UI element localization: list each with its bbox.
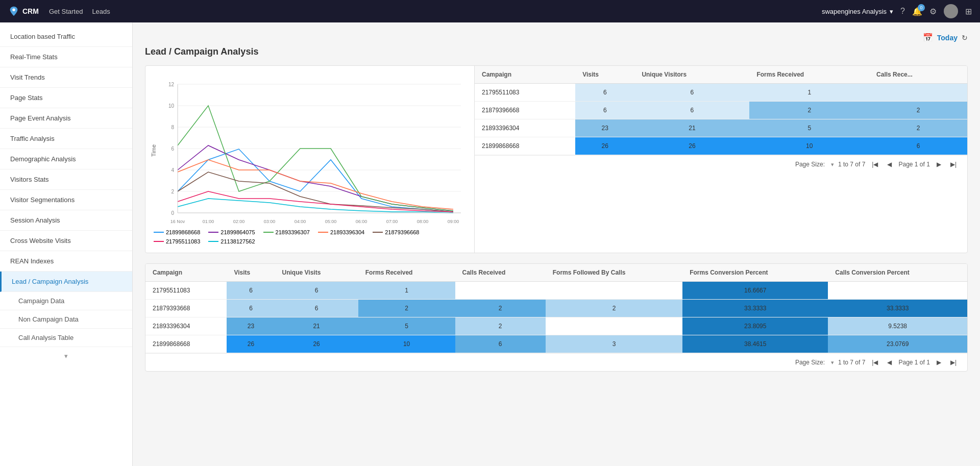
calls-cell: 6 bbox=[869, 137, 967, 155]
svg-text:8: 8 bbox=[171, 125, 174, 130]
grid-icon[interactable]: ⊞ bbox=[965, 7, 972, 16]
calendar-icon[interactable]: 📅 bbox=[923, 33, 933, 42]
bt-forms-calls bbox=[546, 282, 682, 300]
sidebar-item-cross-website-visits[interactable]: Cross Website Visits bbox=[0, 231, 132, 251]
bt-page-size-dropdown[interactable]: ▾ bbox=[831, 359, 834, 366]
svg-text:Time: Time bbox=[151, 144, 157, 157]
bt-forms-calls: 2 bbox=[546, 300, 682, 317]
page-range: 1 to 7 of 7 bbox=[838, 161, 865, 168]
bt-col-campaign: Campaign bbox=[145, 264, 227, 282]
settings-icon[interactable]: ⚙ bbox=[929, 7, 937, 16]
svg-text:10: 10 bbox=[168, 103, 175, 109]
refresh-icon[interactable]: ↻ bbox=[962, 34, 968, 42]
sidebar-item-demographic-analysis[interactable]: Demographic Analysis bbox=[0, 149, 132, 169]
workspace-name: swapengines Analysis bbox=[822, 8, 887, 15]
bt-unique: 6 bbox=[275, 282, 358, 300]
table-row: 21879396668 6 6 2 2 bbox=[475, 102, 967, 119]
svg-text:6: 6 bbox=[171, 146, 174, 152]
sidebar-sub-non-campaign-data[interactable]: Non Campaign Data bbox=[0, 310, 132, 329]
chart-table-row: 12 10 8 6 4 2 0 16 Nov 01:00 02:00 03:00… bbox=[145, 66, 967, 253]
sidebar-item-visitor-segmentations[interactable]: Visitor Segmentations bbox=[0, 190, 132, 210]
legend-label-5: 21795511083 bbox=[166, 238, 200, 244]
svg-text:06:00: 06:00 bbox=[356, 219, 368, 224]
calls-cell: 2 bbox=[869, 102, 967, 119]
brand-name: CRM bbox=[22, 7, 39, 15]
col-forms-received: Forms Received bbox=[749, 66, 869, 84]
bt-visits: 26 bbox=[227, 335, 275, 353]
bt-col-visits: Visits bbox=[227, 264, 275, 282]
bt-forms-conv: 23.8095 bbox=[682, 317, 828, 335]
sidebar-item-rean-indexes[interactable]: REAN Indexes bbox=[0, 251, 132, 272]
visits-cell: 6 bbox=[575, 84, 634, 102]
first-page-btn[interactable]: |◀ bbox=[869, 160, 880, 169]
table-row: 21795511083 6 6 1 16.6667 bbox=[145, 282, 967, 300]
workspace-selector[interactable]: swapengines Analysis ▾ bbox=[822, 8, 893, 15]
sidebar-item-lead-campaign-analysis[interactable]: Lead / Campaign Analysis bbox=[0, 272, 132, 292]
nav-leads[interactable]: Leads bbox=[92, 8, 110, 15]
sidebar-item-visit-trends[interactable]: Visit Trends bbox=[0, 67, 132, 88]
svg-text:4: 4 bbox=[171, 167, 174, 173]
legend-label-6: 21138127562 bbox=[220, 238, 255, 244]
sidebar-item-visitors-stats[interactable]: Visitors Stats bbox=[0, 169, 132, 190]
sidebar-item-session-analysis[interactable]: Session Analysis bbox=[0, 210, 132, 231]
bt-forms-conv: 33.3333 bbox=[682, 300, 828, 317]
svg-point-0 bbox=[12, 9, 15, 12]
notification-badge: 0 bbox=[918, 4, 925, 11]
bt-col-calls-conv: Calls Conversion Percent bbox=[828, 264, 967, 282]
bt-calls-conv bbox=[828, 282, 967, 300]
unique-cell: 6 bbox=[634, 84, 749, 102]
prev-page-btn[interactable]: ◀ bbox=[885, 160, 894, 169]
bt-next-page-btn[interactable]: ▶ bbox=[934, 358, 944, 367]
layout: Location based Traffic Real-Time Stats V… bbox=[0, 22, 980, 466]
sidebar-sub-call-analysis-table[interactable]: Call Analysis Table bbox=[0, 329, 132, 347]
page-size-label: Page Size: bbox=[795, 161, 825, 168]
page-size-dropdown[interactable]: ▾ bbox=[831, 161, 834, 168]
svg-text:2: 2 bbox=[171, 189, 174, 194]
sidebar-sub-campaign-data[interactable]: Campaign Data bbox=[0, 292, 132, 310]
legend-label-4: 21879396668 bbox=[385, 229, 419, 235]
bottom-table-section: Campaign Visits Unique Visits Forms Rece… bbox=[145, 263, 968, 372]
bt-forms-calls bbox=[546, 317, 682, 335]
chart-legend: 21899868668 21899864075 21893396307 bbox=[150, 227, 466, 249]
bt-forms-calls: 3 bbox=[546, 335, 682, 353]
legend-item-3: 21893396304 bbox=[318, 229, 364, 235]
campaign-stats-table: Campaign Visits Unique Visitors Forms Re… bbox=[475, 66, 967, 155]
legend-item-5: 21795511083 bbox=[154, 238, 200, 244]
next-page-btn[interactable]: ▶ bbox=[934, 160, 944, 169]
table-row: 21879393668 6 6 2 2 2 33.3333 33.3333 bbox=[145, 300, 967, 317]
bt-unique: 6 bbox=[275, 300, 358, 317]
svg-text:12: 12 bbox=[168, 82, 175, 87]
nav-get-started[interactable]: Get Started bbox=[49, 8, 83, 15]
campaign-id: 21795511083 bbox=[475, 84, 575, 102]
sidebar-item-page-stats[interactable]: Page Stats bbox=[0, 88, 132, 108]
sidebar-item-page-event-analysis[interactable]: Page Event Analysis bbox=[0, 108, 132, 129]
calls-cell: 2 bbox=[869, 119, 967, 137]
last-page-btn[interactable]: ▶| bbox=[948, 160, 959, 169]
today-button[interactable]: Today bbox=[937, 34, 958, 42]
sidebar-item-real-time-stats[interactable]: Real-Time Stats bbox=[0, 47, 132, 67]
forms-cell: 1 bbox=[749, 84, 869, 102]
svg-text:07:00: 07:00 bbox=[386, 219, 398, 224]
avatar[interactable] bbox=[944, 4, 958, 18]
bt-col-forms-conv: Forms Conversion Percent bbox=[682, 264, 828, 282]
bt-first-page-btn[interactable]: |◀ bbox=[869, 358, 880, 367]
bt-forms: 1 bbox=[358, 282, 455, 300]
bt-page-info: Page 1 of 1 bbox=[898, 359, 929, 366]
bt-prev-page-btn[interactable]: ◀ bbox=[885, 358, 894, 367]
sidebar-item-location-based-traffic[interactable]: Location based Traffic bbox=[0, 27, 132, 47]
notification-bell-wrap: 🔔 0 bbox=[912, 7, 922, 16]
bt-last-page-btn[interactable]: ▶| bbox=[948, 358, 959, 367]
brand-logo[interactable]: CRM bbox=[8, 6, 39, 17]
help-icon[interactable]: ? bbox=[900, 7, 905, 16]
sidebar-item-traffic-analysis[interactable]: Traffic Analysis bbox=[0, 129, 132, 149]
col-campaign: Campaign bbox=[475, 66, 575, 84]
unique-cell: 6 bbox=[634, 102, 749, 119]
sidebar-collapse-btn[interactable]: ▾ bbox=[0, 347, 132, 365]
header-row: 📅 Today ↻ bbox=[145, 33, 968, 42]
table-row: 21893396304 23 21 5 2 23.8095 9.5238 bbox=[145, 317, 967, 335]
topnav-links: Get Started Leads bbox=[49, 8, 110, 15]
forms-cell: 2 bbox=[749, 102, 869, 119]
bt-campaign: 21893396304 bbox=[145, 317, 227, 335]
bt-page-range: 1 to 7 of 7 bbox=[838, 359, 865, 366]
bt-unique: 21 bbox=[275, 317, 358, 335]
